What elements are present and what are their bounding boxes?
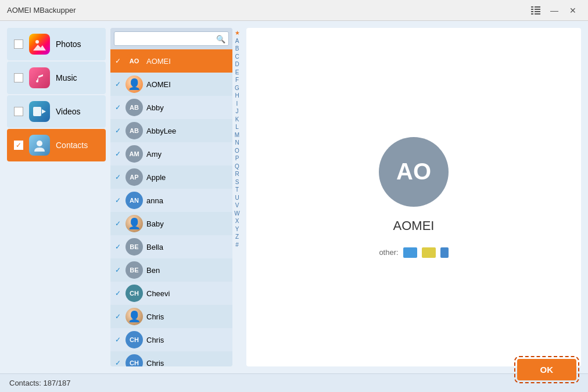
alpha-letter[interactable]: # [235,241,239,249]
alpha-letter[interactable]: E [235,69,239,77]
detail-other: other: [379,247,448,258]
contact-item[interactable]: ✓ANanna [110,189,232,212]
alpha-letter[interactable]: D [235,60,239,69]
alpha-letter[interactable]: N [235,139,239,147]
contact-avatar: BE [126,238,143,256]
contact-item[interactable]: ✓👤AOMEI [110,73,232,96]
minimize-button[interactable]: — [546,2,562,19]
contact-checkbox[interactable]: ✓ [114,103,122,112]
close-button[interactable]: ✕ [565,2,581,19]
contact-name: Chris [146,359,229,367]
sidebar-item-videos[interactable]: Videos [7,95,106,128]
contact-item[interactable]: ✓BEBella [110,235,232,258]
alpha-letter[interactable]: X [235,217,239,225]
contact-checkbox[interactable]: ✓ [114,266,122,274]
alpha-letter[interactable]: G [235,84,239,92]
contact-checkbox[interactable]: ✓ [114,127,122,135]
alpha-letter[interactable]: M [235,131,239,139]
contact-checkbox[interactable]: ✓ [114,57,122,65]
contact-checkbox[interactable]: ✓ [114,80,122,88]
detail-bar-3 [440,247,449,258]
alpha-letter[interactable]: C [235,53,239,61]
alpha-letter[interactable]: Q [235,163,239,171]
statusbar: Contacts: 187/187 [0,373,588,392]
contact-item[interactable]: ✓AOAOMEI [110,49,232,73]
contact-item[interactable]: ✓ABAbbyLee [110,119,232,142]
contact-item[interactable]: ✓APApple [110,166,232,189]
svg-rect-10 [33,107,41,116]
alpha-letter[interactable]: A [235,37,239,45]
alpha-letter[interactable]: B [235,45,239,53]
alpha-letter[interactable]: S [235,178,239,186]
ok-button[interactable]: OK [517,359,577,380]
contact-item[interactable]: ✓CHChris [110,351,232,366]
contact-avatar: AM [126,145,143,163]
contact-item[interactable]: ✓CHCheevi [110,282,232,305]
photos-checkbox[interactable] [14,39,23,49]
contact-name: AbbyLee [146,127,229,135]
contact-name: Ben [146,266,229,275]
alpha-letter[interactable]: ★ [235,29,240,37]
svg-marker-11 [42,109,46,114]
contact-checkbox[interactable]: ✓ [114,336,122,344]
alpha-letter[interactable]: I [236,100,238,108]
sidebar: Photos Music Videos [7,28,106,366]
alpha-letter[interactable]: O [235,147,239,155]
contact-checkbox[interactable]: ✓ [114,289,122,297]
contact-item[interactable]: ✓CHChris [110,328,232,351]
contact-avatar: 👤 [126,215,143,232]
contact-item[interactable]: ✓BEBen [110,258,232,282]
alpha-letter[interactable]: K [235,116,239,124]
alpha-letter[interactable]: Y [235,225,239,233]
window-controls: — ✕ [528,2,581,19]
ok-area: OK [517,359,577,380]
alpha-letter[interactable]: W [234,210,239,218]
contact-checkbox[interactable]: ✓ [114,243,122,251]
alpha-letter[interactable]: P [235,154,239,163]
videos-label: Videos [56,107,81,116]
search-wrapper: 🔍 [114,31,229,46]
contact-name: Bella [146,243,229,251]
videos-icon [29,101,50,122]
svg-rect-2 [531,9,533,10]
sidebar-item-music[interactable]: Music [7,62,106,94]
alpha-letter[interactable]: F [235,76,239,84]
videos-checkbox[interactable] [14,107,23,116]
music-checkbox[interactable] [14,73,23,82]
detail-bar-1 [403,247,417,258]
contact-item[interactable]: ✓ABAbby [110,96,232,119]
alpha-letter[interactable]: V [235,202,239,210]
contact-item[interactable]: ✓👤Baby [110,212,232,235]
svg-point-12 [37,141,42,146]
sidebar-item-contacts[interactable]: ✓ Contacts [7,129,106,161]
sidebar-item-photos[interactable]: Photos [7,28,106,60]
alpha-letter[interactable]: H [235,92,239,100]
contact-avatar: BE [126,261,143,279]
contact-avatar: AB [126,99,143,116]
alpha-letter[interactable]: T [235,186,239,194]
search-input[interactable] [114,31,229,46]
alpha-letter[interactable]: Z [235,233,239,241]
contact-avatar: CH [126,354,143,366]
detail-initials: AO [396,159,431,185]
content-area: Photos Music Videos [0,21,588,373]
contact-checkbox[interactable]: ✓ [114,220,122,228]
other-label: other: [379,248,398,257]
contacts-list[interactable]: ✓AOAOMEI✓👤AOMEI✓ABAbby✓ABAbbyLee✓AMAmy✓A… [110,49,232,366]
contact-checkbox[interactable]: ✓ [114,173,122,181]
alpha-letter[interactable]: U [235,194,239,202]
detail-bar-2 [422,247,436,258]
alpha-letter[interactable]: L [235,123,239,131]
list-icon-btn[interactable] [528,2,544,19]
contact-checkbox[interactable]: ✓ [114,196,122,204]
contact-checkbox[interactable]: ✓ [114,312,122,321]
svg-marker-9 [33,45,46,51]
svg-rect-4 [531,11,533,12]
alpha-letter[interactable]: J [236,107,239,116]
contact-checkbox[interactable]: ✓ [114,359,122,366]
contact-checkbox[interactable]: ✓ [114,150,122,158]
alpha-letter[interactable]: R [235,170,239,178]
contacts-checkbox[interactable]: ✓ [14,141,23,150]
contact-item[interactable]: ✓👤Chris [110,305,232,328]
contact-item[interactable]: ✓AMAmy [110,142,232,166]
